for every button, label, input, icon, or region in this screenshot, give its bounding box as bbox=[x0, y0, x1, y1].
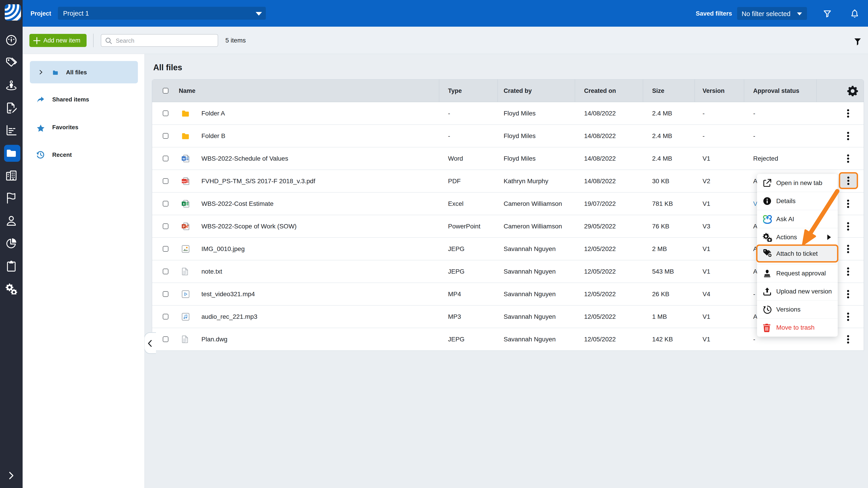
svg-text:P: P bbox=[183, 225, 185, 228]
svg-text:W: W bbox=[182, 157, 185, 160]
svg-text:PDF: PDF bbox=[182, 180, 186, 183]
svg-text:X: X bbox=[183, 202, 185, 205]
